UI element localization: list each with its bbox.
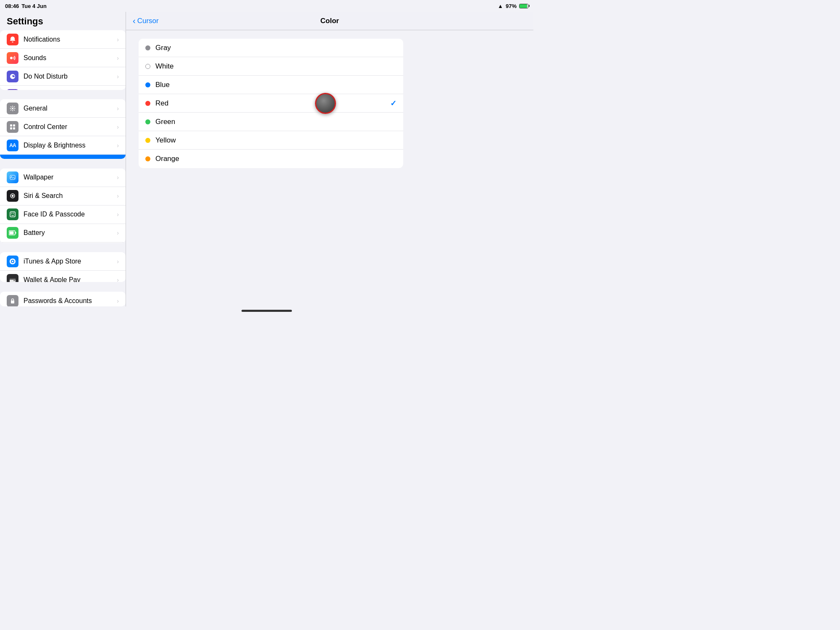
chevron-icon: › bbox=[117, 277, 119, 282]
sidebar-item-label: Control Center bbox=[24, 123, 117, 131]
sidebar-item-label: Notifications bbox=[24, 36, 117, 43]
passwords-icon bbox=[7, 295, 18, 306]
sidebar-section-4: iTunes & App Store › Wallet & Apple Pay … bbox=[0, 252, 126, 282]
sidebar-item-itunes[interactable]: iTunes & App Store › bbox=[0, 252, 126, 271]
screen-time-icon bbox=[7, 89, 18, 90]
sounds-icon bbox=[7, 52, 18, 64]
svg-rect-19 bbox=[11, 301, 14, 303]
svg-rect-14 bbox=[16, 232, 16, 234]
home-indicator bbox=[0, 306, 533, 315]
sidebar-item-siri-search[interactable]: Siri & Search › bbox=[0, 187, 126, 206]
sidebar-item-do-not-disturb[interactable]: Do Not Disturb › bbox=[0, 67, 126, 86]
svg-point-11 bbox=[12, 195, 14, 197]
content-area: ‹ Cursor Color Gray White bbox=[126, 12, 533, 306]
chevron-icon: › bbox=[117, 211, 119, 218]
color-label-orange: Orange bbox=[155, 155, 396, 163]
color-item-yellow[interactable]: Yellow bbox=[139, 131, 403, 150]
sidebar-item-display-brightness[interactable]: AA Display & Brightness › bbox=[0, 136, 126, 155]
chevron-icon: › bbox=[117, 142, 119, 149]
sidebar-item-accessibility[interactable]: Accessibility › bbox=[0, 155, 126, 159]
chevron-icon: › bbox=[117, 36, 119, 43]
display-brightness-icon: AA bbox=[7, 140, 18, 151]
control-center-icon bbox=[7, 121, 18, 133]
nav-back-button[interactable]: ‹ Cursor bbox=[133, 16, 159, 26]
color-item-gray[interactable]: Gray bbox=[139, 39, 403, 57]
svg-rect-15 bbox=[10, 232, 14, 235]
color-label-yellow: Yellow bbox=[155, 136, 396, 145]
wallpaper-icon bbox=[7, 171, 18, 183]
color-dot-gray bbox=[145, 45, 150, 50]
battery-icon bbox=[519, 4, 528, 8]
notifications-icon bbox=[7, 34, 18, 45]
sidebar-item-wallpaper[interactable]: Wallpaper › bbox=[0, 169, 126, 187]
sidebar-item-notifications[interactable]: Notifications › bbox=[0, 30, 126, 49]
color-dot-yellow bbox=[145, 138, 150, 143]
home-bar bbox=[242, 310, 292, 312]
sidebar-divider bbox=[0, 159, 126, 169]
color-item-white[interactable]: White bbox=[139, 57, 403, 76]
sidebar-item-label: Wallpaper bbox=[24, 174, 117, 181]
nav-bar: ‹ Cursor Color bbox=[126, 12, 533, 30]
wallet-icon bbox=[7, 274, 18, 282]
color-dot-orange bbox=[145, 156, 150, 161]
sidebar-item-wallet[interactable]: Wallet & Apple Pay › bbox=[0, 271, 126, 282]
chevron-icon: › bbox=[117, 258, 119, 265]
chevron-icon: › bbox=[117, 105, 119, 112]
color-item-orange[interactable]: Orange bbox=[139, 150, 403, 168]
sidebar-item-general[interactable]: General › bbox=[0, 99, 126, 118]
battery-percent: 97% bbox=[506, 3, 517, 9]
nav-title: Color bbox=[320, 17, 339, 25]
sidebar-divider bbox=[0, 243, 126, 253]
wifi-icon: ▲ bbox=[498, 3, 503, 9]
main-layout: Settings Notifications › bbox=[0, 12, 533, 306]
svg-rect-4 bbox=[13, 124, 15, 127]
sidebar-section-5: Passwords & Accounts › bbox=[0, 292, 126, 306]
sidebar-item-battery[interactable]: Battery › bbox=[0, 224, 126, 243]
svg-point-0 bbox=[10, 57, 13, 59]
chevron-icon: › bbox=[117, 229, 119, 236]
chevron-icon: › bbox=[117, 73, 119, 80]
face-id-icon bbox=[7, 208, 18, 220]
do-not-disturb-icon bbox=[7, 71, 18, 82]
color-dot-blue bbox=[145, 82, 150, 87]
sidebar-item-face-id[interactable]: Face ID & Passcode › bbox=[0, 206, 126, 224]
color-item-blue[interactable]: Blue bbox=[139, 76, 403, 94]
back-chevron-icon: ‹ bbox=[133, 16, 136, 26]
sidebar-item-label: Do Not Disturb bbox=[24, 73, 117, 80]
accessibility-icon bbox=[7, 158, 18, 159]
chevron-icon: › bbox=[117, 192, 119, 199]
status-date: Tue 4 Jun bbox=[21, 3, 47, 9]
chevron-icon: › bbox=[117, 55, 119, 61]
color-label-gray: Gray bbox=[155, 44, 396, 52]
sidebar-title: Settings bbox=[0, 12, 126, 30]
sidebar-item-label: General bbox=[24, 105, 117, 112]
siri-icon bbox=[7, 190, 18, 202]
svg-rect-3 bbox=[10, 124, 12, 127]
chevron-icon: › bbox=[117, 298, 119, 304]
sidebar-item-privacy[interactable]: Privacy › bbox=[0, 243, 126, 243]
color-dot-red bbox=[145, 101, 150, 106]
chevron-icon: › bbox=[117, 124, 119, 130]
svg-rect-17 bbox=[10, 278, 16, 280]
status-bar: 08:46 Tue 4 Jun ▲ 97% bbox=[0, 0, 533, 12]
color-dot-white bbox=[145, 64, 150, 69]
color-label-red: Red bbox=[155, 99, 390, 108]
sidebar-item-label: Siri & Search bbox=[24, 192, 117, 200]
svg-rect-5 bbox=[10, 127, 12, 129]
back-label: Cursor bbox=[137, 17, 159, 25]
sidebar-item-control-center[interactable]: Control Center › bbox=[0, 118, 126, 136]
sidebar-item-screen-time[interactable]: Screen Time › bbox=[0, 86, 126, 90]
color-label-blue: Blue bbox=[155, 81, 396, 89]
svg-rect-6 bbox=[13, 127, 15, 129]
sidebar-item-sounds[interactable]: Sounds › bbox=[0, 49, 126, 67]
color-item-green[interactable]: Green bbox=[139, 113, 403, 131]
color-label-white: White bbox=[155, 62, 396, 71]
sidebar-item-label: iTunes & App Store bbox=[24, 258, 117, 265]
sidebar-item-label: Face ID & Passcode bbox=[24, 211, 117, 218]
color-dot-green bbox=[145, 119, 150, 124]
sidebar-divider bbox=[0, 282, 126, 292]
status-time: 08:46 bbox=[5, 3, 19, 9]
color-item-red[interactable]: Red ✓ bbox=[139, 94, 403, 113]
sidebar-item-passwords[interactable]: Passwords & Accounts › bbox=[0, 292, 126, 306]
sidebar-section-1: Notifications › Sounds › bbox=[0, 30, 126, 90]
